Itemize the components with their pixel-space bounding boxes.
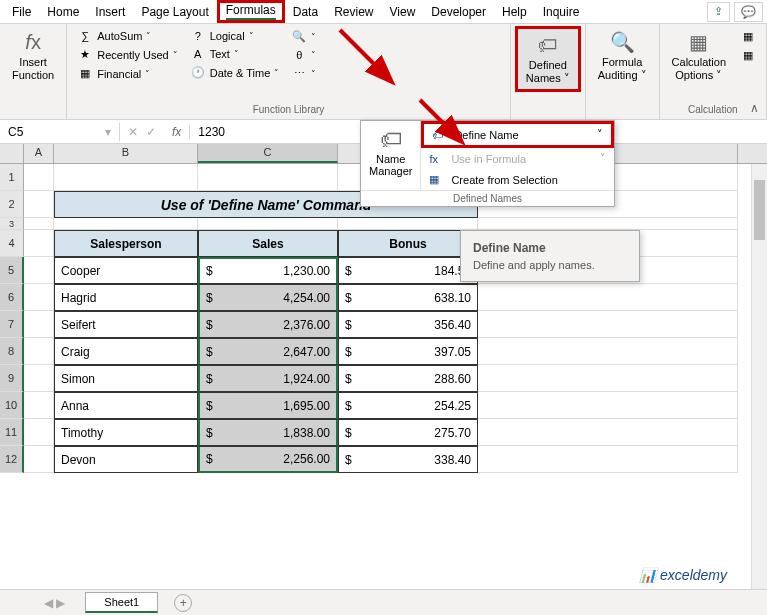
cell[interactable] [198, 218, 338, 230]
cell[interactable] [54, 218, 198, 230]
table-row-sales[interactable]: $1,924.00 [198, 365, 338, 392]
calculate-sheet-button[interactable]: ▦ [736, 47, 760, 64]
table-row-sales[interactable]: $1,695.00 [198, 392, 338, 419]
table-row-sales[interactable]: $1,230.00 [198, 257, 338, 284]
table-row-bonus[interactable]: $397.05 [338, 338, 478, 365]
menu-formulas[interactable]: Formulas [217, 0, 285, 23]
row-header-1[interactable]: 1 [0, 164, 24, 191]
cell[interactable] [338, 218, 478, 230]
table-row-name[interactable]: Seifert [54, 311, 198, 338]
cell[interactable] [24, 446, 54, 473]
cell[interactable] [24, 164, 54, 191]
menu-developer[interactable]: Developer [423, 3, 494, 21]
cell[interactable] [24, 419, 54, 446]
cancel-icon[interactable]: ✕ [128, 125, 138, 139]
menu-review[interactable]: Review [326, 3, 381, 21]
row-header-3[interactable]: 3 [0, 218, 24, 230]
autosum-button[interactable]: ∑AutoSum [73, 28, 182, 44]
row-header-2[interactable]: 2 [0, 191, 24, 218]
date-time-button[interactable]: 🕐Date & Time [186, 64, 284, 81]
cell[interactable] [478, 284, 738, 311]
logical-button[interactable]: ?Logical [186, 28, 284, 44]
fx-icon[interactable]: fx [164, 125, 190, 139]
cell[interactable] [24, 392, 54, 419]
cell[interactable] [24, 191, 54, 218]
menu-page-layout[interactable]: Page Layout [133, 3, 216, 21]
sheet-tab-sheet1[interactable]: Sheet1 [85, 592, 158, 613]
table-row-bonus[interactable]: $275.70 [338, 419, 478, 446]
table-row-bonus[interactable]: $288.60 [338, 365, 478, 392]
cell[interactable] [198, 164, 338, 191]
row-header-8[interactable]: 8 [0, 338, 24, 365]
table-row-sales[interactable]: $2,647.00 [198, 338, 338, 365]
row-header-10[interactable]: 10 [0, 392, 24, 419]
formula-auditing-button[interactable]: 🔍 FormulaAuditing ˅ [590, 26, 655, 86]
cell[interactable] [24, 311, 54, 338]
row-header-7[interactable]: 7 [0, 311, 24, 338]
menu-home[interactable]: Home [39, 3, 87, 21]
defined-names-button[interactable]: 🏷 DefinedNames ˅ [515, 26, 581, 92]
more-functions-button[interactable]: ⋯ [287, 65, 320, 82]
calculation-options-button[interactable]: ▦ CalculationOptions ˅ [664, 26, 734, 86]
table-row-name[interactable]: Hagrid [54, 284, 198, 311]
table-row-name[interactable]: Timothy [54, 419, 198, 446]
create-from-selection-item[interactable]: ▦ Create from Selection [421, 169, 614, 190]
cell[interactable] [24, 218, 54, 230]
math-button[interactable]: θ [287, 47, 320, 63]
cell[interactable] [24, 365, 54, 392]
cell[interactable] [478, 365, 738, 392]
col-header-b[interactable]: B [54, 144, 198, 163]
cell[interactable] [478, 338, 738, 365]
menu-file[interactable]: File [4, 3, 39, 21]
table-row-name[interactable]: Devon [54, 446, 198, 473]
header-sales[interactable]: Sales [198, 230, 338, 257]
name-manager-button[interactable]: 🏷 NameManager [361, 121, 421, 190]
cell[interactable] [24, 338, 54, 365]
cell[interactable] [24, 284, 54, 311]
table-row-name[interactable]: Craig [54, 338, 198, 365]
recently-used-button[interactable]: ★Recently Used [73, 46, 182, 63]
table-row-name[interactable]: Simon [54, 365, 198, 392]
define-name-item[interactable]: 🏷 Define Name ˅ [421, 121, 614, 148]
table-row-name[interactable]: Cooper [54, 257, 198, 284]
text-button[interactable]: AText [186, 46, 284, 62]
cell[interactable] [478, 218, 738, 230]
menu-inquire[interactable]: Inquire [535, 3, 588, 21]
menu-data[interactable]: Data [285, 3, 326, 21]
financial-button[interactable]: ▦Financial [73, 65, 182, 82]
col-header-a[interactable]: A [24, 144, 54, 163]
cell[interactable] [478, 311, 738, 338]
row-header-6[interactable]: 6 [0, 284, 24, 311]
table-row-bonus[interactable]: $356.40 [338, 311, 478, 338]
menu-view[interactable]: View [382, 3, 424, 21]
insert-function-button[interactable]: fx InsertFunction [4, 26, 62, 86]
table-row-sales[interactable]: $2,256.00 [198, 446, 338, 473]
cell[interactable] [24, 257, 54, 284]
table-row-sales[interactable]: $4,254.00 [198, 284, 338, 311]
add-sheet-button[interactable]: + [174, 594, 192, 612]
table-row-bonus[interactable]: $338.40 [338, 446, 478, 473]
table-row-name[interactable]: Anna [54, 392, 198, 419]
lookup-button[interactable]: 🔍 [287, 28, 320, 45]
table-row-bonus[interactable]: $184.50 [338, 257, 478, 284]
row-header-5[interactable]: 5 [0, 257, 24, 284]
table-row-sales[interactable]: $1,838.00 [198, 419, 338, 446]
row-header-4[interactable]: 4 [0, 230, 24, 257]
cell[interactable] [478, 446, 738, 473]
menu-help[interactable]: Help [494, 3, 535, 21]
cell[interactable] [478, 419, 738, 446]
table-row-bonus[interactable]: $638.10 [338, 284, 478, 311]
share-button[interactable]: ⇪ [707, 2, 730, 22]
select-all-button[interactable] [0, 144, 24, 163]
ribbon-collapse-button[interactable]: ∧ [750, 101, 759, 115]
col-header-c[interactable]: C [198, 144, 338, 163]
table-row-sales[interactable]: $2,376.00 [198, 311, 338, 338]
header-salesperson[interactable]: Salesperson [54, 230, 198, 257]
menu-insert[interactable]: Insert [87, 3, 133, 21]
enter-icon[interactable]: ✓ [146, 125, 156, 139]
cell[interactable] [478, 392, 738, 419]
name-box[interactable]: C5 ▾ [0, 123, 120, 141]
row-header-12[interactable]: 12 [0, 446, 24, 473]
sheet-nav[interactable]: ◀ ▶ [24, 596, 85, 610]
row-header-11[interactable]: 11 [0, 419, 24, 446]
